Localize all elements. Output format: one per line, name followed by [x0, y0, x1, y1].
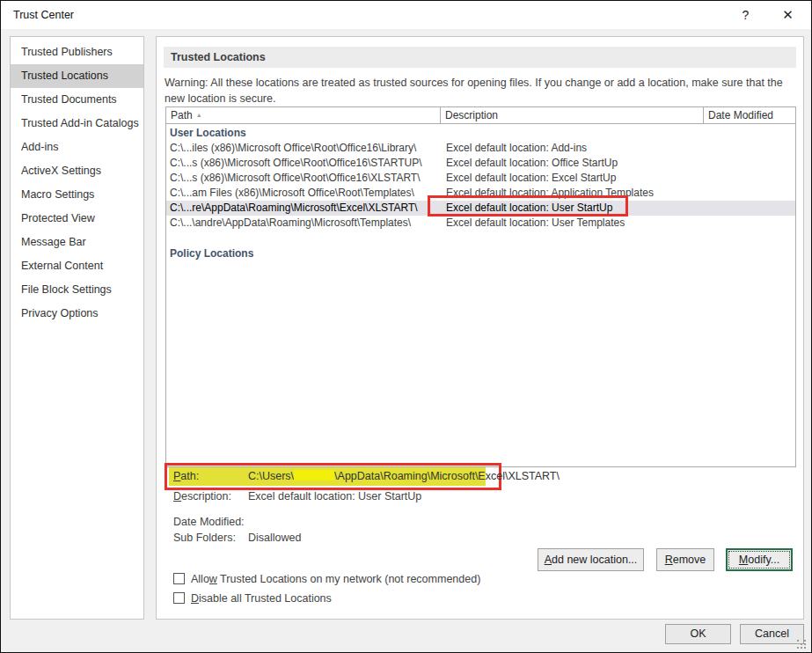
sidebar-item-privacy-options[interactable]: Privacy Options: [11, 302, 143, 326]
sidebar-item-add-ins[interactable]: Add-ins: [11, 136, 143, 159]
annotation-box-table-description: [428, 195, 628, 216]
sidebar-item-trusted-add-in-catalogs[interactable]: Trusted Add-in Catalogs: [11, 112, 143, 136]
table-body: User LocationsC:\...iles (x86)\Microsoft…: [166, 126, 795, 261]
sidebar-item-external-content[interactable]: External Content: [11, 254, 143, 278]
sidebar-item-trusted-publishers[interactable]: Trusted Publishers: [11, 40, 143, 64]
disable-trusted-locations-label: Disable all Trusted Locations: [191, 592, 332, 605]
ok-button[interactable]: OK: [665, 624, 731, 644]
disable-trusted-locations-row: Disable all Trusted Locations: [173, 592, 332, 605]
window-title: Trust Center: [13, 1, 74, 29]
allow-network-locations-checkbox[interactable]: [173, 573, 185, 584]
sidebar-item-activex-settings[interactable]: ActiveX Settings: [11, 159, 143, 183]
group-label: Policy Locations: [166, 246, 795, 261]
help-icon[interactable]: ?: [726, 1, 765, 29]
cell-date: [705, 156, 795, 171]
description-label: Description:: [173, 490, 248, 503]
modify-button[interactable]: Modify...: [726, 548, 793, 571]
sub-folders-value: Disallowed: [248, 532, 301, 544]
table-row[interactable]: C:\...s (x86)\Microsoft Office\Root\Offi…: [166, 156, 795, 171]
close-icon[interactable]: ✕: [768, 1, 808, 29]
allow-network-locations-label: Allow Trusted Locations on my network (n…: [191, 573, 480, 585]
cell-path: C:\...s (x86)\Microsoft Office\Root\Offi…: [166, 171, 442, 186]
table-row[interactable]: C:\...iles (x86)\Microsoft Office\Root\O…: [166, 141, 795, 156]
cell-path: C:\...\andre\AppData\Roaming\Microsoft\T…: [166, 216, 442, 231]
sidebar-item-trusted-documents[interactable]: Trusted Documents: [11, 88, 143, 112]
sidebar-item-message-bar[interactable]: Message Bar: [11, 231, 143, 254]
cell-path: C:\...am Files (x86)\Microsoft Office\Ro…: [166, 186, 442, 201]
cell-description: Excel default location: User Templates: [442, 216, 705, 231]
path-value: C:\Users\\AppData\Roaming\Microsoft\Exce…: [248, 470, 560, 482]
detail-date-modified: Date Modified:: [173, 516, 248, 528]
column-header-path[interactable]: Path▲: [166, 107, 441, 123]
sort-ascending-icon: ▲: [196, 112, 202, 118]
cell-path: C:\...re\AppData\Roaming\Microsoft\Excel…: [166, 201, 442, 216]
group-label: User Locations: [166, 126, 795, 141]
sidebar: Trusted PublishersTrusted LocationsTrust…: [10, 36, 144, 620]
trusted-locations-table: Path▲ Description Date Modified User Loc…: [165, 106, 796, 467]
table-header: Path▲ Description Date Modified: [166, 107, 795, 124]
title-bar: Trust Center ? ✕: [1, 1, 811, 29]
table-row[interactable]: C:\...\andre\AppData\Roaming\Microsoft\T…: [166, 216, 795, 231]
disable-trusted-locations-checkbox[interactable]: [173, 592, 185, 604]
path-label: Path:: [173, 467, 248, 486]
add-new-location-button[interactable]: Add new location...: [538, 548, 644, 571]
date-modified-label: Date Modified:: [173, 516, 248, 528]
description-value: Excel default location: User StartUp: [248, 490, 421, 503]
sub-folders-label: Sub Folders:: [173, 532, 248, 544]
sidebar-item-trusted-locations[interactable]: Trusted Locations: [11, 64, 143, 88]
cell-date: [705, 141, 795, 156]
sidebar-item-protected-view[interactable]: Protected View: [11, 207, 143, 231]
section-title: Trusted Locations: [164, 47, 796, 68]
cell-date: [705, 216, 795, 231]
cell-description: Excel default location: Excel StartUp: [442, 171, 705, 186]
resize-grip[interactable]: [797, 640, 799, 642]
cell-path: C:\...s (x86)\Microsoft Office\Root\Offi…: [166, 156, 442, 171]
detail-sub-folders: Sub Folders:Disallowed: [173, 532, 301, 544]
sidebar-item-file-block-settings[interactable]: File Block Settings: [11, 278, 143, 302]
column-header-description[interactable]: Description: [441, 107, 704, 123]
warning-text: Warning: All these locations are treated…: [165, 75, 801, 106]
cell-description: Excel default location: Add-ins: [442, 141, 705, 156]
cell-date: [705, 186, 795, 201]
cell-date: [705, 171, 795, 186]
cancel-button[interactable]: Cancel: [740, 624, 804, 644]
column-header-date-modified[interactable]: Date Modified: [704, 107, 795, 123]
remove-button[interactable]: Remove: [656, 548, 714, 571]
allow-network-locations-row: Allow Trusted Locations on my network (n…: [173, 573, 480, 586]
cell-description: Excel default location: Office StartUp: [442, 156, 705, 171]
table-row[interactable]: C:\...s (x86)\Microsoft Office\Root\Offi…: [166, 171, 795, 186]
cell-path: C:\...iles (x86)\Microsoft Office\Root\O…: [166, 141, 442, 156]
sidebar-item-macro-settings[interactable]: Macro Settings: [11, 183, 143, 207]
redacted-username: [294, 470, 334, 481]
detail-path: Path:C:\Users\\AppData\Roaming\Microsoft…: [169, 467, 486, 486]
detail-description: Description:Excel default location: User…: [173, 490, 421, 503]
cell-date: [705, 201, 795, 216]
trust-center-dialog: Trust Center ? ✕ Trusted PublishersTrust…: [0, 0, 812, 653]
